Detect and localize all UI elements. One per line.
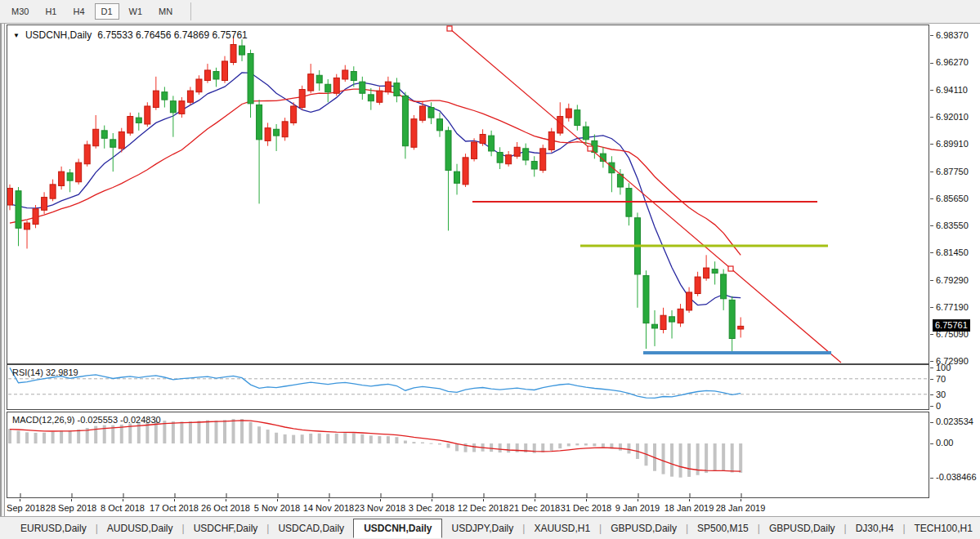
- chart-ohlc-values: 6.75533 6.76456 6.74869 6.75761: [97, 29, 248, 41]
- window-left-edge: [0, 24, 5, 516]
- price-axis-label: 6.94110: [936, 85, 968, 95]
- date-axis-tick: [741, 499, 741, 501]
- rsi-axis-label: 0: [936, 401, 941, 411]
- date-axis-tick: [638, 499, 638, 501]
- timeframe-button-m30[interactable]: M30: [5, 3, 35, 20]
- symbol-tab-xauusd[interactable]: XAUUSD,H1: [525, 519, 599, 537]
- symbol-tab-audusd[interactable]: AUDUSD,Daily: [98, 519, 182, 537]
- price-axis-label: 6.77190: [936, 302, 969, 312]
- rsi-axis-label: 70: [936, 374, 946, 384]
- price-axis-label: 6.79290: [936, 275, 969, 285]
- date-axis-tick: [226, 499, 226, 501]
- macd-chart[interactable]: [7, 412, 929, 497]
- symbol-tab-gbpusd[interactable]: GBPUSD,Daily: [760, 519, 844, 537]
- rsi-axis-label: 100: [936, 363, 951, 372]
- price-axis-label: 6.87750: [936, 167, 969, 176]
- macd-axis-label: -0.038466: [936, 472, 977, 482]
- price-axis-tick: [930, 361, 933, 362]
- price-axis-label: 6.96270: [936, 57, 969, 67]
- date-axis-label: 14 Nov 2018: [302, 503, 356, 513]
- date-axis-tick: [483, 499, 484, 501]
- date-axis-tick: [329, 499, 329, 501]
- rsi-indicator-pane[interactable]: RSI(14) 32.9819: [7, 364, 929, 410]
- date-axis-label: 28 Jan 2019: [714, 503, 767, 513]
- symbol-tab-usdcad[interactable]: USDCAD,Daily: [269, 519, 353, 537]
- candlestick-chart[interactable]: [7, 25, 929, 363]
- date-axis-tick: [432, 499, 432, 501]
- symbol-tab-usdchf[interactable]: USDCHF,Daily: [185, 519, 267, 537]
- symbol-tab-usdjpy[interactable]: USDJPY,Daily: [442, 519, 522, 537]
- date-axis-label: 8 Oct 2018: [96, 503, 150, 513]
- rsi-label: RSI(14) 32.9819: [12, 368, 78, 377]
- date-axis-label: 31 Dec 2018: [559, 503, 613, 513]
- chart-tab-bar: EURUSD,Daily|AUDUSD,Daily|USDCHF,Daily|U…: [0, 516, 980, 539]
- rsi-axis-label: 30: [936, 390, 946, 399]
- timeframe-button-w1[interactable]: W1: [123, 3, 150, 20]
- macd-indicator-pane[interactable]: MACD(12,26,9) -0.025553 -0.024830: [7, 412, 929, 498]
- price-axis-label: 6.89910: [936, 139, 969, 149]
- price-axis-label: 6.92010: [936, 112, 969, 122]
- price-axis-tick: [930, 280, 933, 281]
- macd-axis-label: 0.023534: [936, 416, 973, 426]
- rsi-axis-tick: [930, 368, 933, 368]
- timeframe-button-h1[interactable]: H1: [38, 3, 63, 20]
- chart-title-row: ▼ USDCNH,Daily 6.75533 6.76456 6.74869 6…: [13, 29, 248, 41]
- date-axis-tick: [380, 499, 381, 501]
- price-axis-tick: [930, 172, 933, 172]
- price-axis-tick: [930, 307, 933, 308]
- macd-axis-label: 0.00: [936, 438, 953, 448]
- date-axis-label: 23 Nov 2018: [353, 503, 407, 513]
- date-axis-label: 26 Oct 2018: [199, 503, 253, 513]
- timeframe-button-d1[interactable]: D1: [95, 3, 119, 20]
- timeframe-button-h4[interactable]: H4: [66, 3, 91, 20]
- date-axis-label: 18 Jan 2019: [662, 503, 716, 513]
- symbol-tab-dj30[interactable]: DJ30,H4: [847, 519, 903, 537]
- symbol-tab-eurusd[interactable]: EURUSD,Daily: [11, 519, 96, 537]
- price-axis-tick: [930, 252, 933, 253]
- price-axis-label: 6.81450: [936, 247, 969, 257]
- toolbar-separator: [190, 2, 191, 20]
- date-axis-label: 17 Oct 2018: [147, 503, 201, 513]
- macd-scale-axis: 0.0235340.00-0.038466: [930, 412, 980, 498]
- date-axis-tick: [123, 499, 123, 501]
- date-axis-label: 19 Sep 2018: [7, 503, 47, 513]
- price-axis-tick: [930, 35, 933, 36]
- date-axis-label: 28 Sep 2018: [44, 503, 98, 513]
- price-axis-tick: [930, 90, 933, 91]
- date-axis-label: 3 Dec 2018: [405, 503, 459, 513]
- price-axis-label: 6.85650: [936, 194, 969, 203]
- timeframe-button-mn[interactable]: MN: [152, 3, 179, 20]
- date-axis-tick: [174, 499, 175, 501]
- rsi-axis-tick: [930, 406, 933, 407]
- price-chart-pane[interactable]: ▼ USDCNH,Daily 6.75533 6.76456 6.74869 6…: [7, 24, 929, 364]
- date-axis-tick: [586, 499, 587, 501]
- date-axis-tick: [535, 499, 535, 501]
- price-axis-label: 6.83550: [936, 220, 969, 230]
- date-axis-label: 21 Dec 2018: [508, 503, 562, 513]
- macd-axis-tick: [930, 422, 933, 423]
- date-axis-tick: [71, 499, 72, 501]
- symbol-tab-tech100[interactable]: TECH100,H1: [906, 519, 980, 537]
- tabs-holder: EURUSD,Daily|AUDUSD,Daily|USDCHF,Daily|U…: [11, 519, 980, 538]
- price-axis-label: 6.98370: [936, 30, 969, 40]
- price-axis-tick: [930, 225, 933, 226]
- date-axis-tick: [277, 499, 278, 501]
- price-axis[interactable]: 6.75761 6.983706.962706.941106.920106.89…: [930, 24, 980, 364]
- price-axis-tick: [930, 198, 933, 199]
- date-axis-tick: [689, 499, 690, 501]
- rsi-scale-axis: 10070300: [930, 364, 980, 410]
- chart-dropdown-icon[interactable]: ▼: [13, 32, 20, 39]
- symbol-tab-sp500[interactable]: SP500,M15: [688, 519, 758, 537]
- symbol-tab-gbpusd[interactable]: GBPUSD,Daily: [602, 519, 686, 537]
- symbol-tab-usdcnh[interactable]: USDCNH,Daily: [353, 519, 442, 538]
- price-axis-tick: [930, 144, 933, 145]
- macd-label: MACD(12,26,9) -0.025553 -0.024830: [12, 415, 161, 425]
- trading-terminal-window: M30 H1 H4 D1 W1 MN ▼ USDCNH,Daily 6.7553…: [0, 0, 980, 539]
- date-axis-label: 12 Dec 2018: [456, 503, 510, 513]
- price-axis-label: 6.75090: [936, 329, 969, 339]
- chart-symbol-title: USDCNH,Daily: [25, 29, 92, 41]
- date-axis[interactable]: 19 Sep 201828 Sep 20188 Oct 201817 Oct 2…: [7, 499, 929, 516]
- timeframe-toolbar: M30 H1 H4 D1 W1 MN: [0, 0, 980, 24]
- rsi-axis-tick: [930, 394, 933, 395]
- rsi-chart[interactable]: [7, 365, 929, 409]
